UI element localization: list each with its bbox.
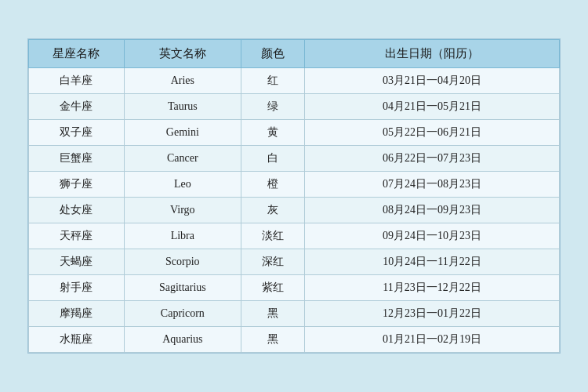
cell-date: 07月24日一08月23日 <box>305 172 560 198</box>
cell-en: Aquarius <box>124 327 241 353</box>
table-row: 狮子座Leo橙07月24日一08月23日 <box>29 172 560 198</box>
cell-en: Virgo <box>124 198 241 223</box>
cell-en: Sagittarius <box>124 275 241 301</box>
header-date: 出生日期（阳历） <box>305 40 560 68</box>
zodiac-table: 星座名称 英文名称 颜色 出生日期（阳历） 白羊座Aries红03月21日一04… <box>27 38 561 354</box>
cell-cn: 天秤座 <box>29 223 125 249</box>
cell-en: Gemini <box>124 120 241 146</box>
cell-color: 绿 <box>241 94 304 120</box>
cell-color: 黑 <box>241 327 304 353</box>
table-row: 天秤座Libra淡红09月24日一10月23日 <box>29 223 560 249</box>
cell-cn: 射手座 <box>29 275 125 301</box>
header-cn: 星座名称 <box>29 40 125 68</box>
table-row: 白羊座Aries红03月21日一04月20日 <box>29 68 560 94</box>
cell-date: 06月22日一07月23日 <box>305 146 560 172</box>
cell-date: 09月24日一10月23日 <box>305 223 560 249</box>
cell-en: Libra <box>124 223 241 249</box>
cell-color: 淡红 <box>241 223 304 249</box>
table-row: 处女座Virgo灰08月24日一09月23日 <box>29 198 560 223</box>
cell-color: 黄 <box>241 120 304 146</box>
cell-cn: 摩羯座 <box>29 301 125 327</box>
cell-en: Aries <box>124 68 241 94</box>
cell-en: Leo <box>124 172 241 198</box>
table-row: 双子座Gemini黄05月22日一06月21日 <box>29 120 560 146</box>
table-header-row: 星座名称 英文名称 颜色 出生日期（阳历） <box>29 40 560 68</box>
cell-date: 10月24日一11月22日 <box>305 249 560 275</box>
cell-cn: 狮子座 <box>29 172 125 198</box>
cell-date: 03月21日一04月20日 <box>305 68 560 94</box>
cell-color: 白 <box>241 146 304 172</box>
table-row: 金牛座Taurus绿04月21日一05月21日 <box>29 94 560 120</box>
table-row: 巨蟹座Cancer白06月22日一07月23日 <box>29 146 560 172</box>
cell-color: 红 <box>241 68 304 94</box>
cell-cn: 天蝎座 <box>29 249 125 275</box>
cell-en: Taurus <box>124 94 241 120</box>
cell-date: 12月23日一01月22日 <box>305 301 560 327</box>
table-row: 射手座Sagittarius紫红11月23日一12月22日 <box>29 275 560 301</box>
cell-color: 灰 <box>241 198 304 223</box>
cell-date: 08月24日一09月23日 <box>305 198 560 223</box>
cell-en: Cancer <box>124 146 241 172</box>
cell-date: 11月23日一12月22日 <box>305 275 560 301</box>
cell-cn: 巨蟹座 <box>29 146 125 172</box>
cell-color: 橙 <box>241 172 304 198</box>
cell-date: 05月22日一06月21日 <box>305 120 560 146</box>
table-row: 天蝎座Scorpio深红10月24日一11月22日 <box>29 249 560 275</box>
header-color: 颜色 <box>241 40 304 68</box>
cell-color: 黑 <box>241 301 304 327</box>
header-en: 英文名称 <box>124 40 241 68</box>
table-row: 水瓶座Aquarius黑01月21日一02月19日 <box>29 327 560 353</box>
cell-cn: 白羊座 <box>29 68 125 94</box>
cell-cn: 金牛座 <box>29 94 125 120</box>
cell-cn: 处女座 <box>29 198 125 223</box>
cell-en: Scorpio <box>124 249 241 275</box>
cell-color: 深红 <box>241 249 304 275</box>
cell-date: 04月21日一05月21日 <box>305 94 560 120</box>
cell-cn: 水瓶座 <box>29 327 125 353</box>
cell-cn: 双子座 <box>29 120 125 146</box>
table-row: 摩羯座Capricorn黑12月23日一01月22日 <box>29 301 560 327</box>
cell-en: Capricorn <box>124 301 241 327</box>
cell-color: 紫红 <box>241 275 304 301</box>
cell-date: 01月21日一02月19日 <box>305 327 560 353</box>
